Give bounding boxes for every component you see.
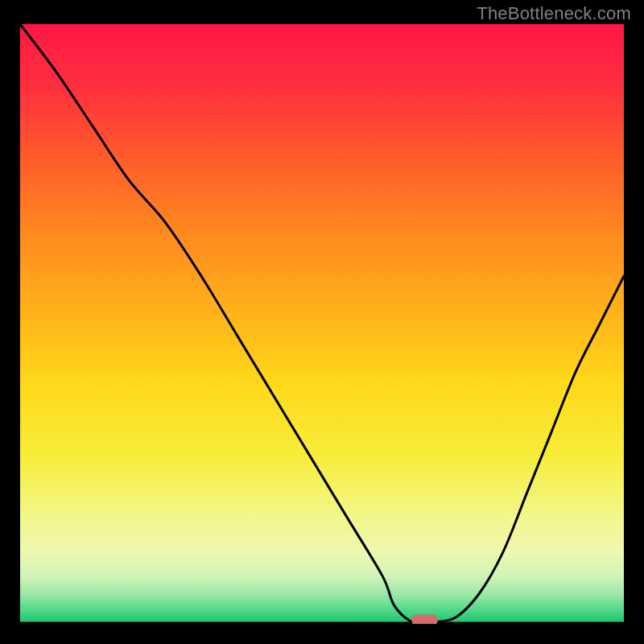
- gradient-background: [20, 24, 624, 624]
- optimal-marker: [412, 615, 438, 624]
- chart-frame: [20, 24, 624, 624]
- watermark-text: TheBottleneck.com: [477, 3, 631, 24]
- chart-svg: [20, 24, 624, 624]
